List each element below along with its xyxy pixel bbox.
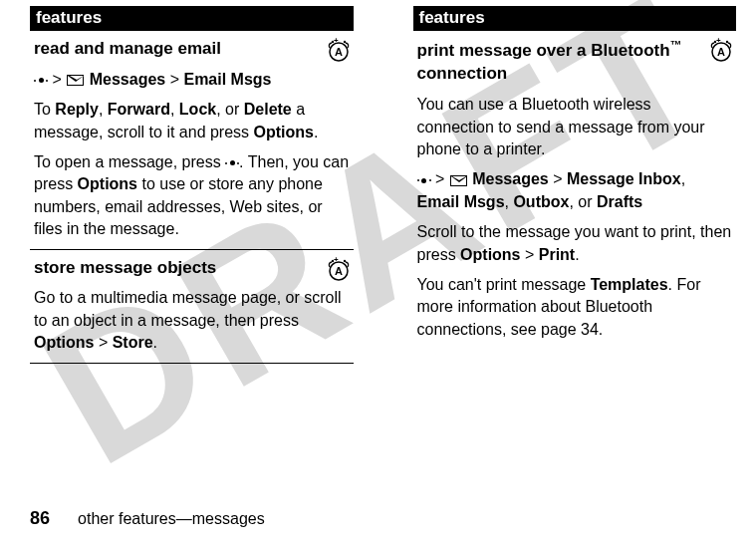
footer-text: other features—messages [78,510,265,527]
svg-point-13 [726,41,728,43]
feature-cell: A+ print message over a Bluetooth™ conne… [413,31,737,349]
paragraph: You can use a Bluetooth wireless connect… [417,94,733,160]
center-key-icon [225,158,239,167]
right-column: features A+ print message over a Bluetoo… [413,6,737,364]
svg-text:A: A [335,265,343,277]
feature-cell: A+ store message objects Go to a multime… [30,250,354,364]
center-key-icon [417,176,431,185]
feature-title: read and manage email [34,37,350,61]
right-header: features [413,6,737,31]
center-key-icon [34,76,48,85]
page-number: 86 [30,508,50,528]
feature-cell: A+ read and manage email > Messages > Em… [30,31,354,250]
svg-text:A: A [717,46,725,58]
page-content: features A+ read and manage email > Mess… [0,0,756,364]
svg-text:+: + [334,256,339,264]
nav-path: > Messages > Email Msgs [34,69,350,91]
page-footer: 86other features—messages [30,508,265,529]
paragraph: To open a message, press . Then, you can… [34,151,350,241]
paragraph: Scroll to the message you want to print,… [417,221,733,266]
paragraph: To Reply, Forward, Lock, or Delete a mes… [34,99,350,143]
envelope-icon [450,175,467,186]
paragraph: Go to a multimedia message page, or scro… [34,287,350,354]
svg-point-8 [343,259,345,261]
paragraph: You can't print message Templates. For m… [417,274,733,341]
envelope-icon [67,75,84,86]
left-header: features [30,6,354,31]
accessibility-badge-icon: A+ [326,256,352,282]
svg-text:+: + [334,37,339,45]
left-column: features A+ read and manage email > Mess… [30,6,354,364]
feature-title: store message objects [34,256,350,280]
accessibility-badge-icon: A+ [326,37,352,63]
nav-path: > Messages > Message Inbox, Email Msgs, … [417,168,733,213]
svg-point-3 [343,41,345,43]
svg-text:+: + [716,37,721,45]
feature-title: print message over a Bluetooth™ connecti… [417,37,733,86]
accessibility-badge-icon: A+ [708,37,734,63]
svg-text:A: A [335,46,343,58]
